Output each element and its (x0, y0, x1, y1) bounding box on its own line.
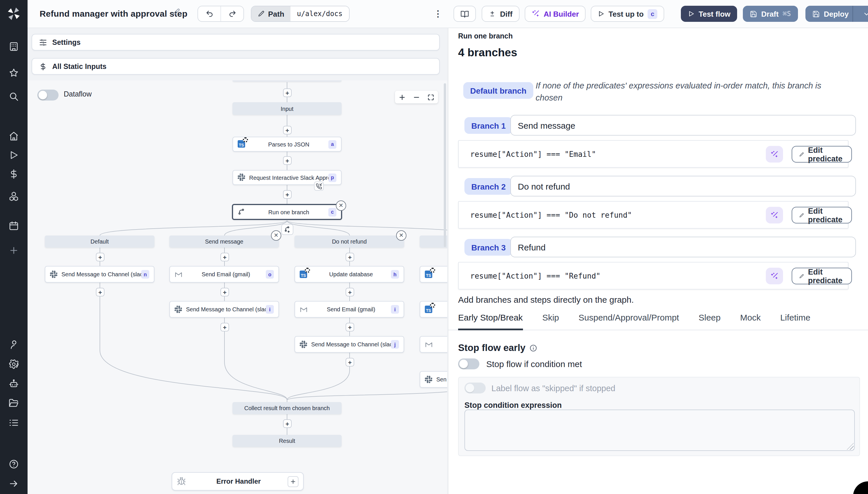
branch-1-summary-input[interactable] (510, 115, 856, 136)
edit-predicate-button[interactable]: Edit predicate (792, 207, 852, 224)
static-inputs-row[interactable]: All Static Inputs (32, 58, 440, 75)
help-icon[interactable] (8, 459, 19, 469)
deploy-button[interactable]: Deploy (805, 6, 868, 22)
result-node[interactable]: Result (233, 435, 341, 447)
runs-icon[interactable] (8, 150, 19, 160)
step-node-gmail-2[interactable]: Send Email (gmail) i (295, 301, 404, 318)
ai-generate-predicate-button[interactable] (766, 207, 783, 224)
resources-icon[interactable] (8, 191, 19, 202)
ai-generate-predicate-button[interactable] (766, 146, 783, 163)
add-step-button[interactable] (283, 156, 292, 165)
branch-header-send-message[interactable]: Send message (169, 235, 279, 248)
path-control[interactable]: Path u/alex/docs (251, 6, 349, 22)
draft-button[interactable]: Draft ⌘S (743, 6, 798, 22)
step-node-clipped[interactable]: TS (420, 301, 447, 318)
ai-builder-button[interactable]: AI Builder (525, 6, 586, 22)
step-node-update-database[interactable]: TS Update database h (295, 266, 404, 283)
flow-title[interactable]: Refund manager with approval step (40, 8, 188, 18)
user-icon[interactable] (8, 340, 19, 350)
branch-header-clipped[interactable] (420, 235, 447, 248)
add-step-button[interactable] (346, 358, 354, 366)
dataflow-toggle[interactable] (37, 90, 59, 100)
edit-predicate-button[interactable]: Edit predicate (792, 268, 852, 284)
branch-header-default[interactable]: Default (45, 235, 154, 248)
tab-skip[interactable]: Skip (542, 312, 559, 330)
zoom-out-icon[interactable] (413, 93, 420, 101)
ai-robot-icon[interactable] (8, 379, 19, 389)
input-node[interactable]: Input (233, 102, 341, 115)
fit-view-icon[interactable] (427, 93, 435, 101)
ai-generate-predicate-button[interactable] (766, 268, 783, 284)
canvas-scrollbar[interactable] (444, 83, 446, 247)
branch-header-do-not-refund[interactable]: Do not refund (295, 235, 404, 248)
deploy-dropdown-button[interactable] (857, 10, 868, 18)
label-skipped-toggle[interactable] (465, 383, 486, 394)
step-node-slack-2[interactable]: Send Message to Channel (slack) i (169, 301, 279, 318)
path-value[interactable]: u/alex/docs (291, 6, 349, 21)
add-step-button[interactable] (283, 419, 292, 428)
undo-button[interactable] (198, 6, 220, 21)
test-flow-button[interactable]: Test flow (681, 6, 737, 22)
path-button[interactable]: Path (252, 6, 291, 21)
search-icon[interactable] (8, 91, 19, 102)
tab-suspend-approval-prompt[interactable]: Suspend/Approval/Prompt (579, 312, 679, 330)
add-step-button[interactable] (283, 126, 292, 134)
add-step-button[interactable] (346, 323, 354, 331)
add-error-handler-button[interactable] (288, 476, 298, 487)
add-step-button[interactable] (346, 288, 354, 297)
delete-step-button[interactable] (336, 201, 346, 211)
add-step-button[interactable] (346, 253, 354, 261)
tab-mock[interactable]: Mock (740, 312, 761, 330)
logs-list-icon[interactable] (8, 418, 19, 428)
step-node-clipped[interactable] (420, 336, 447, 353)
add-step-button[interactable] (96, 288, 104, 297)
tab-lifetime[interactable]: Lifetime (780, 312, 810, 330)
test-up-to-button[interactable]: Test up to c (591, 6, 664, 22)
variables-icon[interactable] (8, 169, 19, 179)
flow-settings-row[interactable]: Settings (32, 34, 440, 51)
redo-button[interactable] (220, 6, 243, 21)
collect-result-node[interactable]: Collect result from chosen branch (233, 402, 341, 414)
zoom-in-icon[interactable] (398, 93, 406, 101)
step-node-clipped[interactable]: TS (420, 266, 447, 283)
add-icon[interactable] (8, 245, 19, 255)
step-node-slack-default[interactable]: Send Message to Channel (slack) n (45, 266, 154, 283)
edit-predicate-button[interactable]: Edit predicate (792, 146, 852, 163)
step-node-slack-3[interactable]: Send Message to Channel (slack) j (295, 336, 404, 353)
diff-button[interactable]: Diff (482, 6, 519, 22)
step-node-run-one-branch[interactable]: Run one branch c (232, 204, 342, 220)
add-step-button[interactable] (220, 253, 229, 261)
delete-branch-button[interactable] (396, 230, 407, 241)
settings-gear-icon[interactable] (8, 359, 19, 369)
tab-early-stop-break[interactable]: Early Stop/Break (458, 312, 523, 330)
stop-condition-expression-input[interactable] (465, 410, 855, 451)
add-step-button[interactable] (220, 288, 229, 297)
step-node-slack-approval[interactable]: Request Interactive Slack Approval (... … (233, 170, 341, 185)
add-step-button[interactable] (283, 89, 292, 97)
add-branch-button[interactable] (281, 224, 293, 235)
tab-sleep[interactable]: Sleep (699, 312, 721, 330)
favorites-star-icon[interactable] (8, 68, 19, 78)
step-node-gmail-1[interactable]: Send Email (gmail) o (169, 266, 279, 283)
add-step-button[interactable] (96, 253, 104, 261)
add-step-button[interactable] (220, 323, 229, 331)
home-icon[interactable] (8, 131, 19, 141)
windmill-logo-icon[interactable] (6, 6, 21, 21)
workspace-icon[interactable] (8, 41, 19, 52)
folders-icon[interactable] (8, 398, 19, 408)
edit-title-pencil-icon[interactable] (172, 8, 180, 16)
docs-button[interactable] (454, 6, 476, 22)
step-node-parses-to-json[interactable]: TS Parses to JSON a (233, 137, 341, 152)
collapse-arrow-icon[interactable] (8, 478, 19, 489)
error-handler-node[interactable]: Error Handler (172, 472, 304, 491)
flow-graph-canvas[interactable]: Dataflow Input TS Parses to JSON a Reque… (27, 80, 447, 494)
add-step-button[interactable] (283, 190, 292, 199)
more-menu-button[interactable] (433, 7, 443, 21)
delete-branch-button[interactable] (271, 230, 281, 241)
branch-2-summary-input[interactable] (510, 176, 856, 196)
schedules-icon[interactable] (8, 221, 19, 231)
step-node-clipped[interactable]: Sen (420, 371, 447, 388)
branch-3-summary-input[interactable] (510, 237, 856, 257)
info-icon[interactable] (530, 344, 538, 352)
stop-condition-toggle[interactable] (458, 358, 479, 369)
